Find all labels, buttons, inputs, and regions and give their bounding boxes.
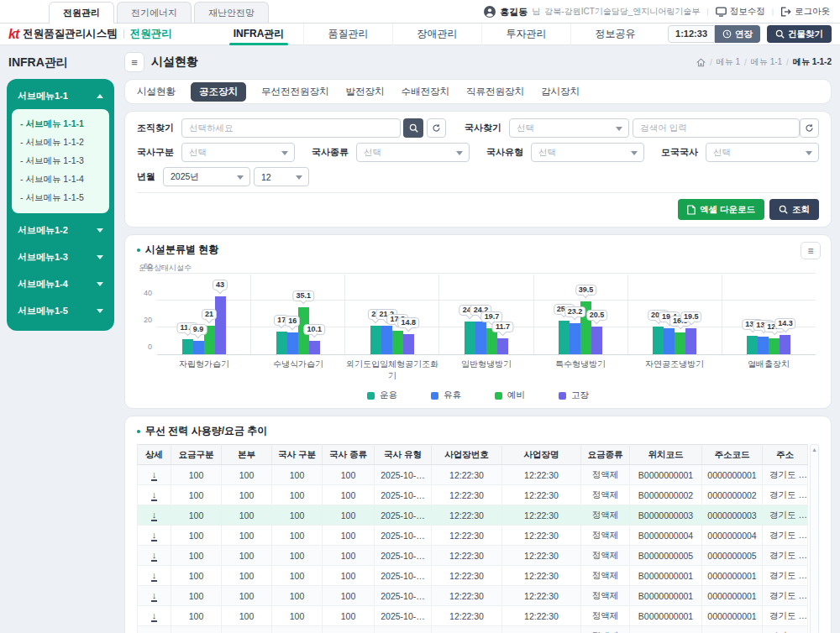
top-tab[interactable]: 재난안전망 xyxy=(194,2,269,23)
logout-button[interactable]: 로그아웃 xyxy=(780,6,830,18)
download-icon[interactable]: ↓ xyxy=(151,571,158,582)
table-scrollbar[interactable]: ▲ ▼ xyxy=(810,444,819,633)
chart-plot-area: 020406011.39.92143171635.110.12121.217.8… xyxy=(157,275,816,355)
org-reset-button[interactable] xyxy=(427,118,446,138)
table-row[interactable]: ↓1001001001002025-10-…12:22:3012:22:30정액… xyxy=(138,626,808,633)
table-row[interactable]: ↓1001001001002025-10-…12:22:3012:22:30정액… xyxy=(138,485,808,505)
table-cell: 경기도 성남시 분당구 불정로 90 (정자동) xyxy=(763,626,808,633)
legend-item: 유휴 xyxy=(431,390,461,401)
y-tick-label: 40 xyxy=(137,289,152,297)
bar-운용 xyxy=(182,339,193,354)
building-search-button[interactable]: 건물찾기 xyxy=(767,25,832,43)
sidebar-submenu-item[interactable]: - 서브메뉴 1-1-5 xyxy=(19,189,102,207)
content-tab[interactable]: 공조장치 xyxy=(191,82,246,102)
org-search-label: 조직찾기 xyxy=(137,122,174,134)
table-cell: 경기도 성남시 분당구 불정로 90 (정자동) xyxy=(763,566,808,586)
sidebar-submenu-item[interactable]: - 서브메뉴 1-1-3 xyxy=(19,152,102,170)
legend-swatch-icon xyxy=(495,392,502,400)
sidebar-menu-item[interactable]: 서브메뉴1-2 xyxy=(7,217,114,243)
sidebar-submenu-item[interactable]: - 서브메뉴 1-1-2 xyxy=(19,133,102,152)
table-cell: 0000000003 xyxy=(702,505,763,526)
search-button[interactable]: 조회 xyxy=(769,199,819,220)
chart-group: 171635.110.1 xyxy=(251,275,345,354)
table-row[interactable]: ↓1001001001002025-10-…12:22:3012:22:30정액… xyxy=(138,606,808,626)
download-icon[interactable]: ↓ xyxy=(151,490,158,501)
download-icon[interactable]: ↓ xyxy=(151,551,158,562)
legend-label: 유휴 xyxy=(444,390,461,401)
data-table: 상세요금구분본부국사 구분국사 종류국사 유형사업장번호사업장명요금종류위치코드… xyxy=(137,444,808,633)
guksa-find-select[interactable]: 선택 xyxy=(509,118,629,138)
nav-item[interactable]: 정보공유 xyxy=(570,24,659,45)
extend-session-button[interactable]: 연장 xyxy=(715,25,760,43)
content-tab[interactable]: 수배전장치 xyxy=(402,86,450,98)
sidebar-menu-item[interactable]: 서브메뉴1-4 xyxy=(7,270,114,297)
sidebar-submenu-item[interactable]: - 서브메뉴 1-1-1 xyxy=(19,115,102,133)
table-row[interactable]: ↓1001001001002025-10-…12:22:3012:22:30정액… xyxy=(138,505,808,526)
home-icon[interactable] xyxy=(696,58,706,67)
nav-item[interactable]: INFRA관리 xyxy=(214,24,303,45)
bar-value-label: 11.7 xyxy=(492,322,513,332)
download-icon[interactable]: ↓ xyxy=(151,510,158,521)
nav-item[interactable]: 장애관리 xyxy=(392,24,481,45)
content-tab[interactable]: 무선전전원장치 xyxy=(261,86,329,98)
main-content: ≡ 시설현황 /메뉴 1/메뉴 1-1/메뉴 1-1-2 시설현황공조장치무선전… xyxy=(124,50,832,633)
table-row[interactable]: ↓1001001001002025-10-…12:22:3012:22:30정액… xyxy=(138,526,808,546)
sidebar-menu-item[interactable]: 서브메뉴1-1 xyxy=(7,82,114,109)
table-row[interactable]: ↓1001001001002025-10-…12:22:3012:22:30정액… xyxy=(138,566,808,586)
org-search-button[interactable] xyxy=(403,118,423,138)
nav-item[interactable]: 투자관리 xyxy=(481,24,570,45)
filter-row-2: 국사구분 선택 국사종류 선택 국사유형 선택 모국국사 선택 xyxy=(137,143,819,162)
table-cell: 12:22:30 xyxy=(502,626,581,633)
scroll-up-icon[interactable]: ▲ xyxy=(811,447,817,453)
legend-label: 운용 xyxy=(380,390,397,401)
user-honorific: 님 xyxy=(532,6,540,18)
chevron-down-icon xyxy=(97,228,103,233)
download-icon[interactable]: ↓ xyxy=(151,470,158,481)
table-row[interactable]: ↓1001001001002025-10-…12:22:3012:22:30정액… xyxy=(138,465,808,485)
table-row[interactable]: ↓1001001001002025-10-…12:22:3012:22:30정액… xyxy=(138,586,808,606)
chart-bars xyxy=(251,307,344,354)
guksa-reset-button[interactable] xyxy=(800,118,819,138)
breadcrumb-item[interactable]: 메뉴 1-1 xyxy=(751,56,782,68)
moguk-select[interactable]: 선택 xyxy=(706,143,819,162)
month-select[interactable]: 12 xyxy=(254,167,309,186)
content-tab[interactable]: 시설현황 xyxy=(137,86,176,98)
guksa-yuhyeong-select[interactable]: 선택 xyxy=(531,143,644,162)
guksa-jongryu-select[interactable]: 선택 xyxy=(356,143,470,162)
sidebar-menu-item[interactable]: 서브메뉴1-5 xyxy=(7,297,114,324)
sidebar-submenu-item[interactable]: - 서브메뉴 1-1-4 xyxy=(19,170,102,189)
nav-item[interactable]: 품질관리 xyxy=(303,24,392,45)
guksa-gubun-select[interactable]: 선택 xyxy=(181,143,295,162)
download-icon[interactable]: ↓ xyxy=(151,591,158,602)
menu-toggle-button[interactable]: ≡ xyxy=(124,52,144,72)
edit-info-button[interactable]: 정보수정 xyxy=(716,6,765,18)
download-icon[interactable]: ↓ xyxy=(151,531,158,541)
table-cell: 100 xyxy=(171,526,222,546)
table-cell: 100 xyxy=(222,485,272,505)
sidebar-menu-label: 서브메뉴1-4 xyxy=(18,278,68,290)
content-tab[interactable]: 감시장치 xyxy=(541,86,580,98)
y-tick-label: 20 xyxy=(137,316,152,324)
table-cell: 100 xyxy=(222,465,272,485)
table-cell: 경기도 성남시 분당구 불정로 90 (정자동) xyxy=(763,586,808,606)
bar-유휴 xyxy=(570,323,580,354)
chart-menu-button[interactable]: ≡ xyxy=(801,242,821,259)
edit-info-label: 정보수정 xyxy=(730,6,765,18)
download-icon[interactable]: ↓ xyxy=(151,611,158,622)
guksa-keyword-input[interactable]: 검색어 입력 xyxy=(633,118,799,138)
top-tab[interactable]: 전기에너지 xyxy=(117,2,192,23)
sidebar-menu-item[interactable]: 서브메뉴1-3 xyxy=(7,243,114,270)
table-column-header: 요금구분 xyxy=(171,445,222,465)
table-row[interactable]: ↓1001001001002025-10-…12:22:3012:22:30정액… xyxy=(138,546,808,566)
table-cell: 100 xyxy=(222,526,272,546)
content-tab[interactable]: 발전장치 xyxy=(346,86,385,98)
bar-chart: 020406011.39.92143171635.110.12121.217.8… xyxy=(157,275,816,382)
breadcrumb-item[interactable]: 메뉴 1-1-2 xyxy=(793,56,832,68)
year-select[interactable]: 2025년 xyxy=(163,167,250,186)
breadcrumb-item[interactable]: 메뉴 1 xyxy=(717,56,740,68)
org-search-input[interactable]: 선택하세요 xyxy=(181,118,401,138)
top-tab[interactable]: 전원관리 xyxy=(49,2,114,24)
excel-download-button[interactable]: 엑셀 다운로드 xyxy=(678,199,764,220)
table-cell: 100 xyxy=(323,505,375,526)
content-tab[interactable]: 직류전원장치 xyxy=(466,86,524,98)
